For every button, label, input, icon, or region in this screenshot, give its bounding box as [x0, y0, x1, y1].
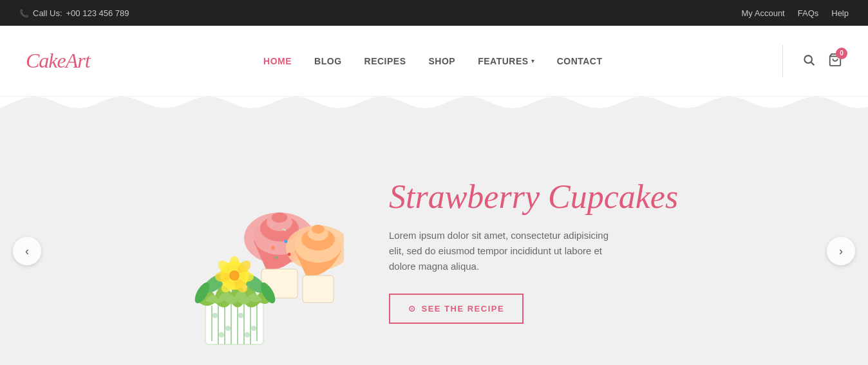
site-header: CakeArt HOME BLOG RECIPES SHOP FEATURES … [0, 26, 868, 97]
nav-features-link[interactable]: FEATURES [478, 56, 528, 66]
hero-slider: ‹ [0, 116, 868, 365]
help-link[interactable]: Help [831, 8, 849, 18]
my-account-link[interactable]: My Account [742, 8, 785, 18]
see-recipe-button[interactable]: ⊙ SEE THE RECIPE [389, 294, 524, 324]
svg-point-0 [804, 55, 812, 63]
header-icons: 0 [776, 45, 842, 77]
phone-number: +00 123 456 789 [66, 8, 129, 18]
nav-item-features[interactable]: FEATURES ▾ [478, 56, 534, 66]
phone-icon [19, 8, 29, 18]
hero-text-area: Strawberry Cupcakes Lorem ipsum dolor si… [376, 178, 762, 324]
logo-text-cake: Cake [26, 49, 66, 72]
svg-point-8 [272, 212, 287, 223]
nav-recipes-link[interactable]: RECIPES [364, 56, 406, 66]
svg-point-46 [229, 270, 240, 281]
cart-button[interactable]: 0 [828, 53, 842, 70]
hero-image-area [106, 129, 350, 365]
svg-line-1 [811, 62, 815, 66]
site-logo[interactable]: CakeArt [26, 49, 90, 73]
svg-point-47 [271, 246, 275, 250]
svg-point-27 [225, 326, 231, 331]
svg-point-16 [312, 225, 325, 234]
slider-prev-button[interactable]: ‹ [13, 237, 41, 265]
svg-point-48 [285, 240, 288, 243]
phone-label: Call Us: [33, 8, 62, 18]
header-divider [782, 45, 783, 77]
nav-item-home[interactable]: HOME [263, 55, 292, 67]
main-nav: HOME BLOG RECIPES SHOP FEATURES ▾ CONTAC… [263, 55, 602, 67]
nav-item-blog[interactable]: BLOG [314, 55, 341, 67]
nav-item-shop[interactable]: SHOP [429, 55, 456, 67]
header-wave-divider [0, 97, 868, 116]
svg-rect-12 [303, 276, 334, 303]
slider-next-button[interactable]: › [827, 237, 855, 265]
nav-home-link[interactable]: HOME [263, 56, 292, 66]
faqs-link[interactable]: FAQs [798, 8, 819, 18]
top-bar-left: Call Us: +00 123 456 789 [19, 8, 129, 18]
hero-title: Strawberry Cupcakes [389, 178, 762, 215]
svg-point-26 [212, 313, 218, 318]
chevron-down-icon: ▾ [531, 57, 534, 64]
nav-item-contact[interactable]: CONTACT [557, 55, 603, 67]
nav-item-recipes[interactable]: RECIPES [364, 55, 406, 67]
nav-blog-link[interactable]: BLOG [314, 56, 341, 66]
recipe-btn-icon: ⊙ [408, 304, 417, 314]
top-bar: Call Us: +00 123 456 789 My Account FAQs… [0, 0, 868, 26]
svg-point-49 [275, 256, 278, 259]
search-icon [802, 53, 815, 66]
svg-point-29 [251, 326, 256, 331]
top-bar-right: My Account FAQs Help [742, 8, 849, 18]
logo-text-art: Art [66, 49, 90, 72]
hero-description: Lorem ipsum dolor sit amet, consectetur … [389, 228, 621, 274]
nav-shop-link[interactable]: SHOP [429, 56, 456, 66]
svg-point-28 [238, 313, 243, 318]
cart-badge: 0 [836, 48, 847, 59]
recipe-btn-label: SEE THE RECIPE [422, 304, 505, 314]
svg-point-30 [219, 332, 224, 337]
svg-point-31 [245, 332, 250, 337]
nav-contact-link[interactable]: CONTACT [557, 56, 603, 66]
cupcake-illustration [112, 129, 344, 365]
hero-content: Strawberry Cupcakes Lorem ipsum dolor si… [80, 116, 788, 365]
search-button[interactable] [800, 51, 818, 71]
svg-point-50 [288, 253, 291, 256]
